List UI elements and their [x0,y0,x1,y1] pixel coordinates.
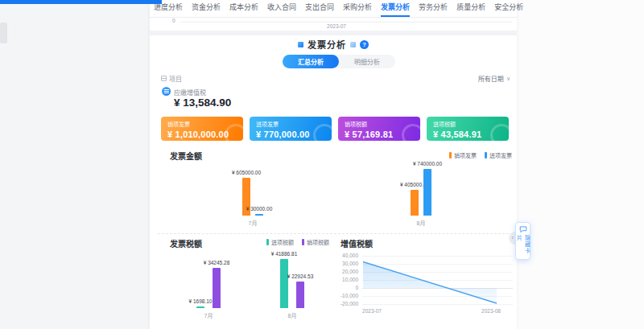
left-scrollbar-stub[interactable] [0,23,7,43]
kpi-card-label: 销项税额 [345,120,414,128]
bar-value-label: ¥ 22924.53 [276,273,324,279]
y-axis-tick-label: 30,000 [334,261,358,266]
chart-title-invoice-amount: 发票金额 [170,150,202,162]
axis-tick-label: 7月 [192,311,225,319]
kpi-card-label: 进项发票 [256,120,325,128]
kpi-card-4: 进项税额¥ 43,584.91 [427,117,509,141]
top-blue-bar [0,0,162,4]
legend-label: 销项税额 [307,238,329,246]
dashed-divider [158,233,509,234]
legend-item[interactable]: 进项发票 [485,151,512,159]
legend-invoice-amount: 销项发票进项发票 [449,151,512,159]
legend-item[interactable]: 销项发票 [449,151,477,159]
y-axis-tick-label: 20,000 [334,269,358,274]
page-title: 发票分析 [308,38,346,51]
y-axis-tick-label: -20,000 [334,301,358,306]
nav-tab-10[interactable]: 安全分析 [494,0,523,17]
bar-value-label: ¥ 740000.00 [403,161,452,167]
axis-tick-label: 8月 [276,311,308,319]
main-panel: 进度分析资金分析成本分析收入合同支出合同采购分析发票分析劳务分析质量分析安全分析… [150,0,517,329]
vat-metric-icon [162,87,171,96]
view-switch: 汇总分析明细分析 [283,55,395,68]
bar-7月-进项发票 [255,214,263,216]
kpi-card-2: 进项发票¥ 770,000.00 [250,117,332,141]
bar-value-label: ¥ 30000.00 [235,206,283,212]
chart-title-invoice-tax: 发票税额 [170,237,202,249]
date-filter-label: 所有日期 [478,74,504,83]
chevron-down-icon: ∨ [506,76,510,82]
title-row: 发票分析 ? [150,39,517,50]
nav-tab-4[interactable]: 收入合同 [267,0,296,17]
kpi-cards: 销项发票¥ 1,010,000.00进项发票¥ 770,000.00销项税额¥ … [150,117,517,141]
page: 进度分析资金分析成本分析收入合同支出合同采购分析发票分析劳务分析质量分析安全分析… [0,0,644,329]
bar-7月-进项税额 [196,306,204,308]
title-decor-icon [298,42,303,47]
vat-metric-value: ¥ 13,584.90 [174,97,231,109]
kpi-card-3: 销项税额¥ 57,169.81 [338,117,420,141]
chat-bubble-icon [519,226,527,233]
kpi-card-label: 销项发票 [167,120,237,128]
kpi-card-value: ¥ 770,000.00 [256,130,325,139]
chart-title-vat: 增值税额 [341,237,373,249]
nav-tab-3[interactable]: 成本分析 [229,0,258,17]
right-background [517,0,644,329]
view-tab-detail[interactable]: 明细分析 [339,55,395,68]
legend-swatch [266,239,269,245]
axis-tick-label: 8月 [405,219,437,227]
upper-chart-gridline [180,22,512,23]
vat-metric-label: 应缴增值税 [174,88,206,97]
vat-area-chart [361,249,498,314]
nav-tab-7[interactable]: 发票分析 [381,0,410,17]
axis-tick-label: 7月 [237,219,269,227]
y-axis-tick-label: -10,000 [334,293,358,298]
project-icon [161,76,167,81]
nav-tab-9[interactable]: 质量分析 [456,0,485,17]
nav-tab-5[interactable]: 支出合同 [305,0,334,17]
title-decor-icon [350,42,356,47]
kpi-card-value: ¥ 43,584.91 [433,130,502,139]
y-axis-tick-label: 40,000 [334,253,358,258]
bar-8月-销项税额 [296,282,304,308]
legend-swatch [449,152,452,158]
legend-label: 进项发票 [489,151,512,159]
legend-invoice-tax: 进项税额销项税额 [266,238,329,246]
y-axis-tick-label: 10,000 [334,277,358,282]
bar-8月-进项发票 [423,169,431,216]
nav-tab-2[interactable]: 资金分析 [192,0,221,17]
bar-7月-销项税额 [213,268,221,308]
section-divider-band [150,31,517,35]
bar-value-label: ¥ 405000.00 [390,182,439,187]
kpi-card-value: ¥ 57,169.81 [345,130,414,139]
floating-card-widget[interactable]: 隐藏卡片 [515,222,530,260]
floating-widget-label: 隐藏卡片 [515,235,531,259]
bar-value-label: ¥ 605000.00 [222,170,270,175]
nav-tab-6[interactable]: 采购分析 [343,0,372,17]
legend-swatch [485,152,487,158]
date-filter[interactable]: 所有日期 ∨ [478,74,510,83]
kpi-card-value: ¥ 1,010,000.00 [167,130,237,139]
bar-value-label: ¥ 34245.28 [192,260,241,265]
upper-chart-zero-tick: 0 [172,18,175,23]
nav-tabbar: 进度分析资金分析成本分析收入合同支出合同采购分析发票分析劳务分析质量分析安全分析 [150,0,517,18]
upper-chart-x-tick: 2023-07 [314,23,359,29]
legend-label: 进项税额 [271,238,294,246]
help-icon[interactable]: ? [360,40,369,49]
bar-value-label: ¥ 41886.81 [260,251,308,257]
kpi-card-1: 销项发票¥ 1,010,000.00 [161,117,243,141]
view-tab-summary[interactable]: 汇总分析 [283,55,339,68]
legend-item[interactable]: 进项税额 [266,238,294,246]
bar-8月-销项发票 [411,190,419,216]
project-filter[interactable]: 项目 [161,74,182,83]
bar-8月-进项税额 [280,259,288,308]
y-axis-tick-label: 0 [334,285,358,290]
legend-item[interactable]: 销项税额 [302,238,329,246]
legend-label: 销项发票 [454,151,477,159]
nav-tab-8[interactable]: 劳务分析 [419,0,448,17]
legend-swatch [302,239,304,245]
project-filter-label: 项目 [169,74,182,83]
kpi-card-label: 进项税额 [433,120,502,128]
